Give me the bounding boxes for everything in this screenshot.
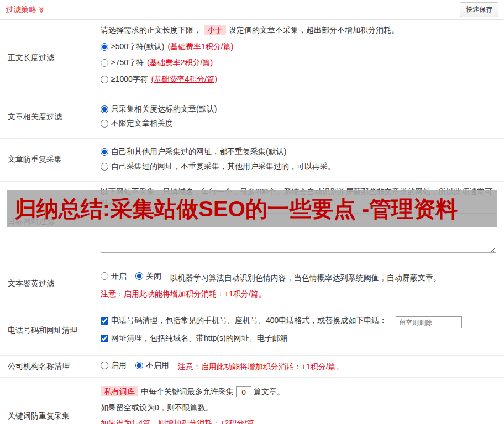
url-clean-checkbox[interactable] (101, 335, 108, 342)
company-clean-content: 启用 不启用 注意：启用此功能将增加积分消耗：+1积分/篇。 (94, 356, 504, 377)
length-750-option[interactable]: ≥750字符 (基础费率2积分/篇) (101, 57, 496, 69)
relevance-any-text: 不限定文章相关度 (111, 118, 173, 130)
company-clean-on-option[interactable]: 启用 (101, 359, 127, 372)
keyword-limit-suffix: 篇文章。 (254, 387, 285, 396)
relevance-label: 文章相关度过滤 (0, 96, 94, 138)
porn-filter-on-option[interactable]: 开启 (101, 271, 127, 283)
replacement-phone-input[interactable] (396, 316, 462, 328)
phone-clean-option[interactable]: 电话号码清理，包括常见的手机号、座机号、400电话格式，或替换成如下电话： (101, 315, 387, 327)
relevance-strict-text: 只采集相关度达标的文章(默认) (111, 103, 217, 115)
keyword-rule-cost: 如果设为1-4篇，则增加积分消耗：+2积分/篇。 (101, 417, 496, 424)
row-company-clean: 公司机构名称清理 启用 不启用 注意：启用此功能将增加积分消耗：+1积分/篇。 (0, 356, 504, 378)
page-title[interactable]: 过滤策略 ≫ (6, 4, 45, 16)
keyword-dedup-label: 关键词防重复采集 (0, 378, 94, 424)
site-exclude-content: 以下网站不采集，只填域名，每行一个，最多200个。系统会自动识别并屏蔽那些非文章… (94, 182, 504, 262)
site-exclude-desc: 以下网站不采集，只填域名，每行一个，最多200个。系统会自动识别并屏蔽那些非文章… (101, 186, 496, 210)
porn-filter-content: 开启 关闭 以机器学习算法自动识别色情内容，当色情概率达到系统阈值，自动屏蔽文章… (94, 262, 504, 306)
url-clean-text: 网址清理，包括纯域名、带http(s)的网址、电子邮箱 (111, 332, 288, 344)
phone-clean-line: 电话号码清理，包括常见的手机号、座机号、400电话格式，或替换成如下电话： (101, 315, 496, 328)
relevance-options: 只采集相关度达标的文章(默认) 不限定文章相关度 (94, 96, 504, 138)
topbar: 过滤策略 ≫ 快速保存 (0, 0, 504, 20)
length-750-cost-note: (基础费率2积分/篇) (147, 57, 213, 69)
porn-filter-options-line: 开启 关闭 以机器学习算法自动识别色情内容，当色情概率达到系统阈值，自动屏蔽文章… (101, 271, 496, 284)
length-500-cost-note: (基础费率1积分/篇) (167, 41, 233, 53)
dedup-options: 自己和其他用户采集过的网址，都不重复采集(默认) 自己采集过的网址，不重复采集，… (94, 139, 504, 181)
content-length-label: 正文长度过滤 (0, 20, 94, 96)
relevance-any-option[interactable]: 不限定文章相关度 (101, 118, 496, 130)
dedup-label: 文章防重复采集 (0, 139, 94, 181)
company-clean-off-radio[interactable] (135, 362, 143, 369)
intro-highlight-lessthan: 小于 (204, 25, 226, 35)
site-exclude-label: 目标网站过滤 (0, 182, 94, 262)
porn-filter-label: 文本鉴黄过滤 (0, 262, 94, 306)
filter-strategy-page: 过滤策略 ≫ 快速保存 正文长度过滤 请选择需求的正文长度下限，小于设定值的文章… (0, 0, 504, 424)
row-phone-url-clean: 电话号码和网址清理 电话号码清理，包括常见的手机号、座机号、400电话格式，或替… (0, 306, 504, 356)
keyword-rule-zero: 如果留空或设为0，则不限篇数。 (101, 402, 496, 414)
relevance-strict-option[interactable]: 只采集相关度达标的文章(默认) (101, 103, 496, 115)
row-relevance-filter: 文章相关度过滤 只采集相关度达标的文章(默认) 不限定文章相关度 (0, 96, 504, 139)
phone-url-clean-content: 电话号码清理，包括常见的手机号、座机号、400电话格式，或替换成如下电话： 网址… (94, 306, 504, 356)
chevron-down-icon: ≫ (38, 6, 45, 13)
dedup-global-radio[interactable] (101, 148, 108, 156)
company-clean-label: 公司机构名称清理 (0, 356, 94, 377)
site-exclude-textarea[interactable] (101, 213, 496, 253)
length-500-text: ≥500字符(默认) (111, 41, 164, 53)
page-title-text: 过滤策略 (6, 4, 36, 16)
row-porn-filter: 文本鉴黄过滤 开启 关闭 以机器学习算法自动识别色情内容，当色情概率达到系统阈值… (0, 262, 504, 306)
private-lexicon-highlight: 私有词库 (101, 386, 138, 396)
porn-filter-off-option[interactable]: 关闭 (135, 271, 161, 283)
dedup-global-text: 自己和其他用户采集过的网址，都不重复采集(默认) (111, 146, 286, 158)
length-500-option[interactable]: ≥500字符(默认) (基础费率1积分/篇) (101, 41, 496, 53)
keyword-limit-line: 私有词库中每个关键词最多允许采集篇文章。 (101, 386, 496, 398)
keyword-limit-text: 中每个关键词最多允许采集 (141, 387, 234, 396)
length-1000-radio[interactable] (101, 76, 108, 83)
porn-filter-on-text: 开启 (111, 271, 127, 283)
settings-form: 正文长度过滤 请选择需求的正文长度下限，小于设定值的文章不采集，超出部分不增加积… (0, 20, 504, 424)
porn-filter-on-radio[interactable] (101, 272, 108, 280)
dedup-self-text: 自己采集过的网址，不重复采集，其他用户采集过的，可以再采。 (111, 161, 335, 173)
length-750-text: ≥750字符 (111, 57, 144, 69)
length-1000-cost-note: (基础费率4积分/篇) (151, 73, 217, 86)
url-clean-option[interactable]: 网址清理，包括纯域名、带http(s)的网址、电子邮箱 (101, 332, 288, 344)
porn-filter-desc: 以机器学习算法自动识别色情内容，当色情概率达到系统阈值，自动屏蔽文章。 (170, 273, 441, 282)
intro-text-pre: 请选择需求的正文长度下限， (101, 25, 201, 34)
dedup-self-option[interactable]: 自己采集过的网址，不重复采集，其他用户采集过的，可以再采。 (101, 161, 496, 173)
content-length-options: 请选择需求的正文长度下限，小于设定值的文章不采集，超出部分不增加积分消耗。 ≥5… (94, 20, 504, 96)
phone-clean-checkbox[interactable] (101, 317, 108, 325)
company-clean-off-text: 不启用 (146, 359, 169, 372)
keyword-dedup-content: 私有词库中每个关键词最多允许采集篇文章。 如果留空或设为0，则不限篇数。 如果设… (94, 378, 504, 424)
length-1000-text: ≥1000字符 (111, 73, 148, 86)
company-clean-off-option[interactable]: 不启用 (135, 359, 169, 372)
porn-filter-off-radio[interactable] (135, 272, 143, 280)
row-dedup-collect: 文章防重复采集 自己和其他用户采集过的网址，都不重复采集(默认) 自己采集过的网… (0, 139, 504, 181)
company-clean-on-radio[interactable] (101, 362, 108, 369)
length-750-radio[interactable] (101, 59, 108, 67)
phone-clean-text: 电话号码清理，包括常见的手机号、座机号、400电话格式，或替换成如下电话： (111, 315, 387, 327)
porn-filter-cost-note: 注意：启用此功能将增加积分消耗：+1积分/篇。 (101, 288, 496, 300)
phone-url-clean-label: 电话号码和网址清理 (0, 306, 94, 356)
length-500-radio[interactable] (101, 43, 108, 51)
company-clean-on-text: 启用 (111, 359, 127, 372)
url-clean-line: 网址清理，包括纯域名、带http(s)的网址、电子邮箱 (101, 332, 496, 346)
intro-text-post: 设定值的文章不采集，超出部分不增加积分消耗。 (229, 25, 399, 34)
relevance-strict-radio[interactable] (101, 105, 108, 113)
dedup-self-radio[interactable] (101, 163, 108, 171)
row-keyword-dedup: 关键词防重复采集 私有词库中每个关键词最多允许采集篇文章。 如果留空或设为0，则… (0, 378, 504, 424)
dedup-global-option[interactable]: 自己和其他用户采集过的网址，都不重复采集(默认) (101, 146, 496, 158)
company-clean-cost-note: 注意：启用此功能将增加积分消耗：+1积分/篇。 (178, 362, 344, 371)
length-1000-option[interactable]: ≥1000字符 (基础费率4积分/篇) (101, 73, 496, 86)
porn-filter-off-text: 关闭 (146, 271, 161, 283)
keyword-limit-input[interactable] (236, 386, 251, 398)
row-site-exclude: 目标网站过滤 以下网站不采集，只填域名，每行一个，最多200个。系统会自动识别并… (0, 182, 504, 262)
row-content-length-filter: 正文长度过滤 请选择需求的正文长度下限，小于设定值的文章不采集，超出部分不增加积… (0, 20, 504, 96)
relevance-any-radio[interactable] (101, 120, 108, 128)
quick-save-button[interactable]: 快速保存 (460, 2, 498, 17)
content-length-intro: 请选择需求的正文长度下限，小于设定值的文章不采集，超出部分不增加积分消耗。 (101, 24, 496, 36)
